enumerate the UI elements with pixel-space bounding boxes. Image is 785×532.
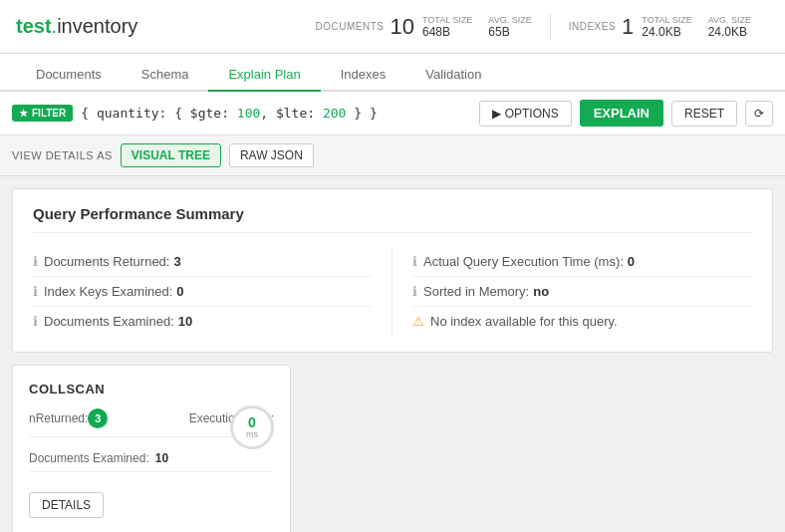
star-icon: ★ [19,108,28,119]
total-size-label: TOTAL SIZE [422,15,472,25]
viewas-bar: VIEW DETAILS AS VISUAL TREE RAW JSON [0,135,785,176]
nreturned-label: nReturned: [29,411,88,425]
circle-unit: ms [246,429,258,439]
performance-summary: Query Performance Summary ℹ Documents Re… [12,188,773,353]
info-icon-5: ℹ [412,284,417,299]
query-prefix: { quantity: { $gte: [81,106,237,121]
no-index-row: ⚠ No index available for this query. [412,307,752,336]
exec-time-val: 0 [628,254,635,269]
idx-total-size-val: 24.0KB [642,25,691,39]
perf-right: ℹ Actual Query Execution Time (ms): 0 ℹ … [392,247,752,336]
collscan-docs-row: Documents Examined: 10 [29,445,274,472]
tab-schema[interactable]: Schema [122,59,209,92]
query-val1: 100 [237,106,260,121]
documents-meta: TOTAL SIZE 648B AVG. SIZE 65B [422,15,532,39]
history-icon: ⟳ [754,107,764,121]
details-area: DETAILS [29,484,274,518]
total-size-stat: TOTAL SIZE 648B [422,15,472,39]
filter-bar: ★ FILTER { quantity: { $gte: 100, $lte: … [0,92,785,135]
indexes-stat: INDEXES 1 TOTAL SIZE 24.0KB AVG. SIZE 24… [551,14,769,40]
options-label: OPTIONS [505,107,559,121]
docs-examined-row: ℹ Documents Examined: 10 [33,307,372,336]
documents-stat: DOCUMENTS 10 TOTAL SIZE 648B AVG. SIZE 6… [298,14,551,40]
idx-avg-size-stat: AVG. SIZE 24.0KB [708,15,751,39]
sorted-val: no [533,284,549,299]
filter-query[interactable]: { quantity: { $gte: 100, $lte: 200 } } [81,106,470,121]
exec-time-circle: 0 ms [230,405,274,449]
collscan-card: COLLSCAN nReturned: 3 Execution Time: 0 … [12,365,291,532]
indexes-label: INDEXES [569,21,616,32]
docs-examined-label: Documents Examined: [44,314,174,329]
collscan-area: COLLSCAN nReturned: 3 Execution Time: 0 … [0,353,785,532]
info-icon-1: ℹ [33,254,38,269]
indexes-count: 1 [622,14,634,40]
tab-indexes[interactable]: Indexes [321,59,406,92]
filter-badge-label: FILTER [32,108,66,119]
perf-title: Query Performance Summary [33,205,752,233]
documents-count: 10 [390,14,413,40]
reset-button[interactable]: RESET [671,101,737,127]
sorted-label: Sorted in Memory: [423,284,529,299]
query-suffix: } } [346,106,377,121]
raw-json-button[interactable]: RAW JSON [229,143,314,167]
main-content: Query Performance Summary ℹ Documents Re… [0,188,785,532]
avg-size-val: 65B [488,25,531,39]
collscan-docs-val: 10 [155,451,168,465]
details-button[interactable]: DETAILS [29,492,104,518]
info-icon-3: ℹ [33,314,38,329]
idx-avg-size-val: 24.0KB [708,25,751,39]
query-val2: 200 [323,106,346,121]
avg-size-label: AVG. SIZE [488,15,531,25]
warning-icon: ⚠ [412,314,424,329]
filter-badge[interactable]: ★ FILTER [12,105,73,122]
chevron-right-icon: ▶ [492,107,501,121]
explain-button[interactable]: EXPLAIN [580,100,663,127]
collscan-docs-label: Documents Examined: [29,451,149,465]
idx-total-size-stat: TOTAL SIZE 24.0KB [642,15,691,39]
history-button[interactable]: ⟳ [745,101,773,127]
exec-time-row: ℹ Actual Query Execution Time (ms): 0 [412,247,752,277]
nav-bar: Documents Schema Explain Plan Indexes Va… [0,54,785,92]
no-index-text: No index available for this query. [430,314,618,329]
logo-test: test [16,15,52,37]
avg-size-stat: AVG. SIZE 65B [488,15,531,39]
perf-left: ℹ Documents Returned: 3 ℹ Index Keys Exa… [33,247,392,336]
nreturned-val: 3 [88,408,108,428]
sorted-row: ℹ Sorted in Memory: no [412,277,752,307]
tab-validation[interactable]: Validation [405,59,501,92]
indexes-meta: TOTAL SIZE 24.0KB AVG. SIZE 24.0KB [642,15,751,39]
info-icon-2: ℹ [33,284,38,299]
collscan-title: COLLSCAN [29,382,274,397]
index-keys-val: 0 [176,284,183,299]
documents-label: DOCUMENTS [316,21,385,32]
perf-grid: ℹ Documents Returned: 3 ℹ Index Keys Exa… [33,247,752,336]
info-icon-4: ℹ [412,254,417,269]
query-mid: , $lte: [260,106,323,121]
docs-returned-val: 3 [173,254,180,269]
idx-total-size-label: TOTAL SIZE [642,15,691,25]
index-keys-row: ℹ Index Keys Examined: 0 [33,277,372,307]
app-logo: test.inventory [16,15,137,38]
header: test.inventory DOCUMENTS 10 TOTAL SIZE 6… [0,0,785,54]
circle-val: 0 [248,415,256,429]
visual-tree-button[interactable]: VISUAL TREE [121,143,221,167]
docs-returned-row: ℹ Documents Returned: 3 [33,247,372,277]
docs-returned-label: Documents Returned: [44,254,169,269]
options-button[interactable]: ▶ OPTIONS [479,101,572,127]
logo-inventory: inventory [57,15,137,37]
idx-avg-size-label: AVG. SIZE [708,15,751,25]
tab-documents[interactable]: Documents [16,59,122,92]
viewas-label: VIEW DETAILS AS [12,149,113,161]
exec-time-label: Actual Query Execution Time (ms): [423,254,624,269]
header-stats: DOCUMENTS 10 TOTAL SIZE 648B AVG. SIZE 6… [298,14,769,40]
docs-examined-val: 10 [178,314,192,329]
total-size-val: 648B [422,25,472,39]
tab-explain-plan[interactable]: Explain Plan [208,59,320,92]
index-keys-label: Index Keys Examined: [44,284,172,299]
